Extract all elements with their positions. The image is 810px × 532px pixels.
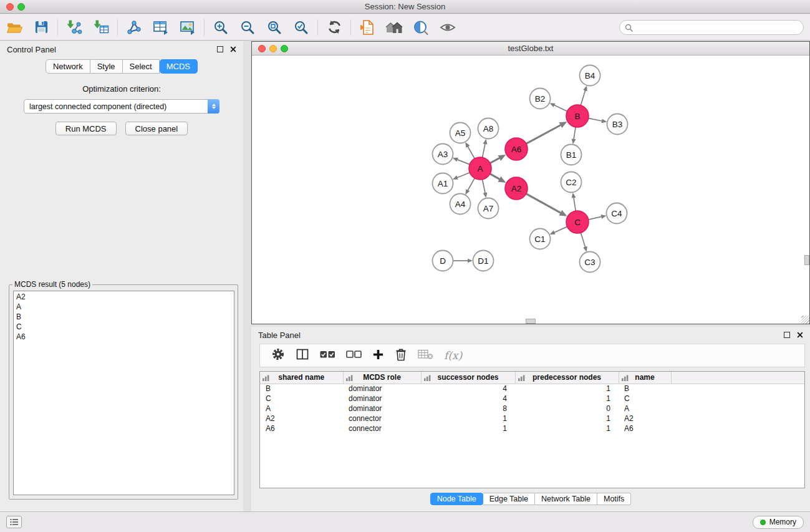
graph-edge-A-A7[interactable] [483,180,485,193]
graph-node-A2[interactable]: A2 [505,177,528,200]
graphics-details-button[interactable] [409,17,433,38]
export-image-button[interactable] [176,17,200,38]
graph-node-B[interactable]: B [566,105,589,127]
table-cell[interactable]: 1 [515,394,619,404]
column-header-predecessor-nodes[interactable]: predecessor nodes [515,372,619,384]
graph-node-A3[interactable]: A3 [433,144,453,165]
zoom-selected-button[interactable] [289,17,313,38]
result-item[interactable]: C [14,322,234,332]
network-canvas[interactable]: B4B2BB3A5A8A6B1A3AA1C2A2A4A7C4CC1C3DD1 [252,56,809,324]
close-table-panel-button[interactable] [797,332,803,338]
graph-node-B3[interactable]: B3 [607,114,628,135]
zoom-fit-button[interactable] [263,17,286,38]
graph-node-A5[interactable]: A5 [450,123,471,143]
graph-edge-A-A4[interactable] [468,178,475,191]
graph-node-A6[interactable]: A6 [505,138,528,160]
mcds-result-list[interactable]: A2ABCA6 [13,291,234,495]
graph-node-A8[interactable]: A8 [478,118,499,139]
home-button[interactable] [382,17,406,38]
network-zoom-button[interactable] [281,45,288,52]
result-item[interactable]: B [14,312,234,322]
close-mcds-panel-button[interactable]: Close panel [125,122,188,135]
table-cell[interactable]: A2 [260,414,343,423]
tab-node-table[interactable]: Node Table [430,493,483,505]
table-cell[interactable]: 1 [515,384,619,394]
table-cell[interactable]: dominator [343,384,421,394]
save-session-button[interactable] [29,17,53,38]
close-window-button[interactable] [6,3,14,11]
resize-handle[interactable] [801,316,809,324]
table-cell[interactable]: connector [343,423,421,433]
table-cell[interactable]: B [260,384,343,394]
zoom-out-button[interactable] [236,17,259,38]
table-cell[interactable]: A [619,404,671,414]
table-cell[interactable]: 1 [515,414,619,423]
table-cell[interactable]: C [260,394,343,404]
tab-network[interactable]: Network [46,59,90,74]
float-table-panel-button[interactable] [784,332,790,338]
table-row[interactable]: Cdominator41C [260,394,804,404]
open-session-button[interactable] [2,17,26,38]
graph-node-C4[interactable]: C4 [607,203,627,224]
float-panel-button[interactable] [217,46,223,52]
tab-motifs[interactable]: Motifs [597,493,631,505]
table-cell[interactable]: A6 [619,423,671,433]
zoom-in-button[interactable] [209,17,233,38]
column-layout-button[interactable] [296,347,309,364]
graph-edge-C-C1[interactable] [554,226,567,232]
graph-edge-A-A5[interactable] [468,147,475,159]
graph-node-B4[interactable]: B4 [580,65,600,86]
table-cell[interactable]: connector [343,414,421,423]
table-cell[interactable]: dominator [343,394,421,404]
table-cell[interactable]: dominator [343,404,421,414]
visibility-button[interactable] [436,17,460,38]
deselect-all-button[interactable] [346,348,362,363]
graph-edge-A-A1[interactable] [457,173,470,178]
import-table-button[interactable] [89,17,113,38]
graph-node-C2[interactable]: C2 [561,172,582,193]
graph-edge-A-A6[interactable] [490,158,499,163]
table-cell[interactable]: B [619,384,671,394]
table-cell[interactable]: A6 [260,423,343,433]
zoom-window-button[interactable] [17,3,25,11]
graph-edge-A2-C[interactable] [526,194,561,213]
horizontal-scrollbar[interactable] [526,319,536,324]
column-header-name[interactable]: name [619,372,671,384]
column-header-successor-nodes[interactable]: successor nodes [421,372,515,384]
tab-select[interactable]: Select [123,59,160,74]
export-document-button[interactable] [355,17,379,38]
graph-node-A7[interactable]: A7 [478,198,499,219]
network-close-button[interactable] [258,45,266,52]
network-graph[interactable]: B4B2BB3A5A8A6B1A3AA1C2A2A4A7C4CC1C3DD1 [252,56,809,324]
graph-edge-A-A2[interactable] [490,174,500,180]
graph-node-D[interactable]: D [433,251,453,271]
graph-node-C[interactable]: C [566,211,589,233]
delete-column-button[interactable] [395,347,407,364]
graph-edge-C-C3[interactable] [581,233,585,247]
graph-node-A[interactable]: A [469,157,491,180]
graph-node-C1[interactable]: C1 [530,229,551,249]
import-network-button[interactable] [62,17,86,38]
run-mcds-button[interactable]: Run MCDS [55,122,117,135]
table-row[interactable]: A2connector11A2 [260,414,804,423]
search-input[interactable] [636,23,803,32]
graph-node-D1[interactable]: D1 [473,251,494,271]
tab-edge-table[interactable]: Edge Table [483,493,535,505]
table-cell[interactable]: 8 [421,404,515,414]
add-column-button[interactable] [372,349,384,363]
graph-node-C3[interactable]: C3 [580,252,600,273]
close-control-panel-button[interactable] [230,46,236,52]
graph-node-B2[interactable]: B2 [530,89,551,109]
graph-node-A4[interactable]: A4 [450,194,471,215]
table-cell[interactable]: 4 [421,384,515,394]
table-row[interactable]: A6connector11A6 [260,423,804,433]
memory-button[interactable]: Memory [753,516,804,529]
table-row[interactable]: Bdominator41B [260,384,804,394]
table-cell[interactable]: 4 [421,394,515,404]
delete-table-button[interactable] [418,348,433,363]
table-cell[interactable]: A [260,404,343,414]
result-item[interactable]: A [14,302,234,312]
table-cell[interactable]: 1 [421,414,515,423]
table-cell[interactable]: A2 [619,414,671,423]
table-cell[interactable]: 1 [515,423,619,433]
